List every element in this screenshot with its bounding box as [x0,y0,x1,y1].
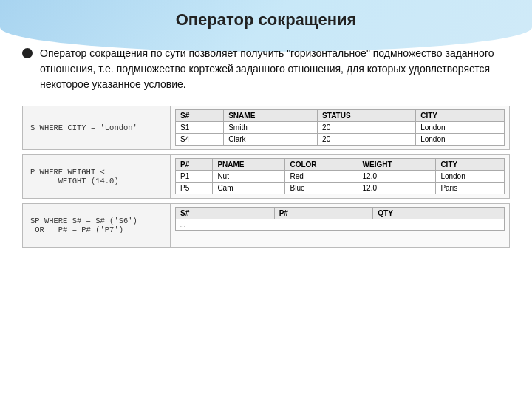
page-title: Оператор сокращения [0,0,532,30]
col-header: COLOR [285,159,358,171]
result-cell-1: S# SNAME STATUS CITY S1 Smith 20 London [171,106,509,149]
table-cell: Paris [436,183,505,194]
table-row: S4 Clark 20 London [176,134,505,146]
result-table-2: P# PNAME COLOR WEIGHT CITY P1 Nut Red 12 [175,158,505,194]
table-row: S1 Smith 20 London [176,122,505,134]
table-cell: London [416,122,505,134]
table-row: P5 Cam Blue 12.0 Paris [176,183,505,194]
main-content: Оператор сокращения по сути позволяет по… [0,30,532,255]
result-table-1: S# SNAME STATUS CITY S1 Smith 20 London [175,109,505,146]
table-block-1: S WHERE CITY = 'London' S# SNAME STATUS … [22,106,510,150]
query-cell-3: SP WHERE S# = S# ('S6') OR P# = P# ('P7'… [23,204,171,247]
table-cell: Smith [224,122,318,134]
table-cell: Nut [213,171,285,183]
result-cell-3: S# P# QTY ... [171,204,509,247]
query-cell-1: S WHERE CITY = 'London' [23,106,171,149]
bullet-text: Оператор сокращения по сути позволяет по… [40,46,510,92]
table-block-2: P WHERE WEIGHT < WEIGHT (14.0) P# PNAME … [22,154,510,199]
col-header: P# [176,159,213,171]
table-cell: 12.0 [358,171,436,183]
col-header: P# [274,208,373,219]
table-cell: P5 [176,183,213,194]
tables-area: S WHERE CITY = 'London' S# SNAME STATUS … [22,106,510,248]
result-table-3: S# P# QTY ... [175,207,505,231]
result-cell-2: P# PNAME COLOR WEIGHT CITY P1 Nut Red 12 [171,155,509,198]
table-cell: S4 [176,134,224,146]
table-row: ... [176,219,505,231]
query-cell-2: P WHERE WEIGHT < WEIGHT (14.0) [23,155,171,198]
col-header: CITY [416,110,505,122]
col-header: SNAME [224,110,318,122]
col-header: CITY [436,159,505,171]
table-cell: Red [285,171,358,183]
table-cell: Cam [213,183,285,194]
table-cell: London [436,171,505,183]
table-cell: London [416,134,505,146]
bullet-item: Оператор сокращения по сути позволяет по… [22,46,510,92]
table-cell: S1 [176,122,224,134]
col-header: STATUS [318,110,416,122]
bullet-dot [22,48,33,58]
table-cell: P1 [176,171,213,183]
table-row: P1 Nut Red 12.0 London [176,171,505,183]
table-cell: Clark [224,134,318,146]
col-header: S# [176,110,224,122]
table-cell: Blue [285,183,358,194]
table-block-3: SP WHERE S# = S# ('S6') OR P# = P# ('P7'… [22,203,510,248]
table-cell: ... [176,219,505,231]
col-header: WEIGHT [358,159,436,171]
col-header: PNAME [213,159,285,171]
table-cell: 12.0 [358,183,436,194]
col-header: S# [176,208,275,219]
col-header: QTY [373,208,505,219]
table-cell: 20 [318,134,416,146]
table-cell: 20 [318,122,416,134]
